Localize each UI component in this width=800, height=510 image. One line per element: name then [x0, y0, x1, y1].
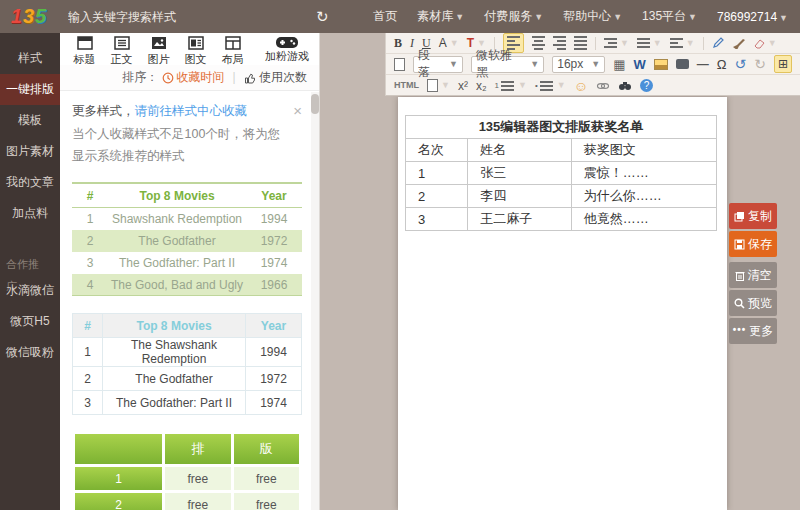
find-replace-button[interactable]: [618, 80, 632, 91]
tab-body-styles[interactable]: 正文: [103, 36, 140, 67]
award-table-title[interactable]: 135编辑器图文排版获奖名单: [406, 116, 717, 139]
align-justify-button[interactable]: [574, 36, 587, 50]
undo-button[interactable]: ↺: [734, 57, 746, 71]
sidebar-promo-label: 合作推广：: [0, 253, 60, 275]
sidebar-item-one-click-layout[interactable]: 一键排版: [0, 74, 60, 105]
insert-link-button[interactable]: [596, 81, 610, 91]
table-cell[interactable]: 姓名: [468, 139, 572, 162]
refresh-icon[interactable]: ↻: [316, 8, 329, 26]
copy-button[interactable]: 复制: [729, 203, 777, 229]
nav-home[interactable]: 首页: [373, 8, 397, 25]
sidebar-item-extras[interactable]: 加点料: [0, 198, 60, 229]
sort-by-favorite-time[interactable]: 收藏时间: [162, 69, 224, 86]
table-row: 排 版: [75, 434, 299, 464]
horizontal-rule-button[interactable]: —: [697, 58, 709, 70]
fullscreen-button[interactable]: ⊞: [774, 55, 792, 73]
indent-button[interactable]: ▼: [604, 38, 629, 48]
editor-page[interactable]: 135编辑器图文排版获奖名单 名次 姓名 获奖图文 1 张三 震惊！…… 2 李…: [398, 97, 727, 510]
style-card-blue-table[interactable]: # Top 8 Movies Year 1 The Shawshank Rede…: [72, 313, 302, 415]
divider: [703, 37, 704, 50]
tab-image-text-styles[interactable]: 图文: [177, 36, 214, 67]
table-cell[interactable]: 为什么你……: [571, 185, 716, 208]
align-right-button[interactable]: [553, 36, 566, 50]
sidebar-item-micropage-h5[interactable]: 微页H5: [0, 306, 60, 337]
unordered-list-button[interactable]: •▼: [535, 81, 566, 91]
style-card-green-table[interactable]: # Top 8 Movies Year 1 Shawshank Redempti…: [72, 182, 302, 297]
green-grid-table: 排 版 1 free free 2 free free: [72, 431, 302, 510]
insert-table-button[interactable]: ▦: [613, 58, 625, 71]
image-icon: [654, 59, 668, 70]
eraser-button[interactable]: ▼: [753, 38, 777, 49]
style-center-link[interactable]: 请前往样式中心收藏: [135, 104, 248, 118]
sort-divider: ｜: [228, 69, 240, 86]
table-cell[interactable]: 获奖图文: [571, 139, 716, 162]
search-input[interactable]: [68, 10, 218, 24]
nav-paid-services[interactable]: 付费服务▼: [484, 8, 543, 25]
sidebar-item-image-material[interactable]: 图片素材: [0, 136, 60, 167]
italic-button[interactable]: I: [410, 37, 414, 49]
sidebar-item-my-articles[interactable]: 我的文章: [0, 167, 60, 198]
emoji-button[interactable]: ☺: [574, 79, 588, 93]
app-logo[interactable]: 135: [0, 5, 58, 28]
close-icon[interactable]: ×: [293, 103, 302, 118]
font-color-button[interactable]: A▼: [439, 37, 459, 49]
list-style-button[interactable]: ▼: [670, 38, 695, 48]
font-family-select[interactable]: 微软雅黑▼: [471, 56, 544, 73]
html-source-button[interactable]: HTML: [394, 81, 419, 90]
table-cell[interactable]: 3: [406, 208, 468, 231]
save-button[interactable]: 保存: [729, 231, 777, 257]
subscript-button[interactable]: x₂: [476, 80, 487, 92]
sidebar-item-styles[interactable]: 样式: [0, 43, 60, 74]
redo-button[interactable]: ↻: [754, 57, 766, 71]
paragraph-select[interactable]: 段落▼: [413, 56, 463, 73]
bold-button[interactable]: B: [394, 37, 402, 49]
help-button[interactable]: ?: [640, 79, 653, 92]
tab-title-styles[interactable]: 标题: [66, 36, 103, 67]
more-button[interactable]: ••• 更多: [729, 318, 777, 344]
clear-button[interactable]: 清空: [729, 262, 777, 288]
sidebar-item-waterdrop-wechat[interactable]: 水滴微信: [0, 275, 60, 306]
user-account-menu[interactable]: 786992714▼: [717, 10, 788, 24]
tab-fans-game[interactable]: 加粉游戏: [265, 36, 309, 64]
table-cell[interactable]: 王二麻子: [468, 208, 572, 231]
pen-icon: [712, 37, 724, 49]
word-icon: W: [633, 58, 645, 71]
sidebar-item-wechat-fans[interactable]: 微信吸粉: [0, 337, 60, 368]
special-char-button[interactable]: Ω: [717, 58, 727, 71]
chevron-down-icon: ▼: [455, 12, 464, 22]
superscript-button[interactable]: x²: [458, 80, 468, 92]
new-document-button[interactable]: [394, 58, 405, 71]
table-cell[interactable]: 震惊！……: [571, 162, 716, 185]
layout-style-icon: [225, 36, 241, 50]
nav-135-platform[interactable]: 135平台▼: [642, 8, 697, 25]
table-cell[interactable]: 1: [406, 162, 468, 185]
template-button[interactable]: ▼: [427, 79, 450, 92]
preview-button[interactable]: 预览: [729, 290, 777, 316]
clear-format-brush-button[interactable]: [732, 37, 745, 49]
table-cell[interactable]: 李四: [468, 185, 572, 208]
tab-layout-styles[interactable]: 布局: [214, 36, 251, 67]
style-card-green-grid[interactable]: 排 版 1 free free 2 free free: [72, 431, 302, 510]
ordered-list-button[interactable]: 1▼: [495, 81, 527, 91]
panel-scrollbar[interactable]: [311, 92, 319, 510]
tab-image-styles[interactable]: 图片: [140, 36, 177, 67]
insert-image-button[interactable]: [654, 59, 668, 70]
sort-by-usage-count[interactable]: 使用次数: [244, 69, 307, 86]
format-painter-button[interactable]: [712, 37, 724, 49]
table-cell[interactable]: 2: [406, 185, 468, 208]
table-cell[interactable]: 他竟然……: [571, 208, 716, 231]
font-size-select[interactable]: 16px▼: [552, 56, 605, 73]
sort-bar: 排序： 收藏时间 ｜ 使用次数: [60, 65, 319, 91]
ordered-list-icon: [501, 81, 514, 91]
paste-word-button[interactable]: W: [633, 58, 645, 71]
sidebar-item-templates[interactable]: 模板: [0, 105, 60, 136]
panel-scrollbar-thumb[interactable]: [311, 94, 319, 114]
align-center-button[interactable]: [532, 36, 545, 50]
insert-video-button[interactable]: [676, 59, 689, 69]
style-list: 更多样式，请前往样式中心收藏 × 当个人收藏样式不足100个时，将为您显示系统推…: [60, 92, 312, 510]
nav-material-library[interactable]: 素材库▼: [417, 8, 464, 25]
table-cell[interactable]: 张三: [468, 162, 572, 185]
table-cell[interactable]: 名次: [406, 139, 468, 162]
line-height-button[interactable]: ▼: [637, 38, 662, 48]
nav-help-center[interactable]: 帮助中心▼: [563, 8, 622, 25]
